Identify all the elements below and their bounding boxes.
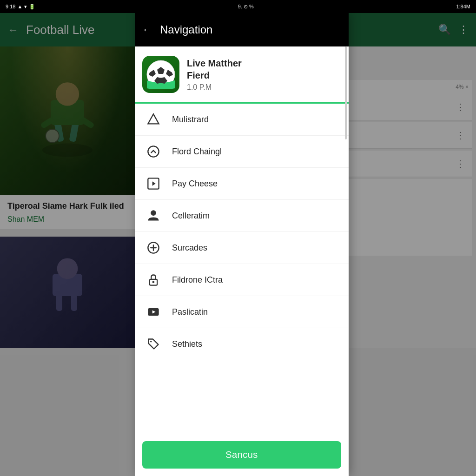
menu-label-paslicatin: Paslicatin: [172, 307, 208, 317]
drawer-profile: Live MattherFierd 1.0 P.M: [135, 46, 349, 104]
plus-circle-icon: [146, 241, 161, 254]
drawer-header: ← Navigation: [135, 13, 349, 46]
lock-icon: [146, 273, 161, 286]
menu-label-flord-chaingl: Flord Chaingl: [172, 147, 222, 157]
action-button[interactable]: Sancus: [142, 441, 341, 469]
menu-item-mulistrard[interactable]: Mulistrard: [135, 104, 349, 136]
menu-item-fildrone-ictra[interactable]: Fildrone ICtra: [135, 264, 349, 296]
menu-label-fildrone-ictra: Fildrone ICtra: [172, 275, 223, 285]
menu-label-mulistrard: Mulistrard: [172, 115, 209, 125]
svg-point-26: [152, 281, 155, 283]
menu-item-pay-cheese[interactable]: Pay Cheese: [135, 168, 349, 200]
tag-icon: [146, 337, 161, 350]
status-left: 9:18 ▲ ▾ 🔋: [6, 4, 35, 10]
profile-time: 1.0 P.M: [187, 83, 242, 92]
profile-name: Live MattherFierd: [187, 57, 242, 81]
menu-label-pay-cheese: Pay Cheese: [172, 179, 218, 189]
svg-point-29: [150, 341, 152, 343]
menu-item-surcades[interactable]: Surcades: [135, 232, 349, 264]
youtube-icon: [146, 305, 161, 318]
menu-label-sethiets: Sethiets: [172, 339, 202, 349]
app-icon: [142, 56, 179, 93]
menu-item-sethiets[interactable]: Sethiets: [135, 328, 349, 360]
play-square-icon: [146, 177, 161, 190]
profile-info: Live MattherFierd 1.0 P.M: [187, 57, 242, 92]
menu-item-flord-chaingl[interactable]: Flord Chaingl: [135, 136, 349, 168]
wifi-icon: ▾: [24, 4, 27, 10]
menu-item-paslicatin[interactable]: Paslicatin: [135, 296, 349, 328]
status-right: 1:84M: [456, 4, 470, 9]
status-time: 9:18: [6, 4, 15, 9]
svg-point-18: [148, 146, 159, 157]
menu-label-surcades: Surcades: [172, 243, 207, 253]
drawer-title: Navigation: [160, 23, 212, 36]
circle-up-icon: [146, 145, 161, 158]
status-bar: 9:18 ▲ ▾ 🔋 9. ⊙ % 1:84M: [0, 0, 476, 13]
triangle-icon: [146, 113, 161, 126]
navigation-drawer: ← Navigation Live MattherFierd 1.0 P.M: [135, 13, 349, 476]
drawer-back-button[interactable]: ←: [142, 24, 152, 36]
status-center: 9. ⊙ %: [238, 4, 254, 10]
drawer-scrollbar: [345, 46, 347, 139]
svg-point-21: [151, 210, 156, 216]
soccer-ball-icon: [146, 60, 176, 89]
person-icon: [146, 209, 161, 222]
battery-icon: 🔋: [29, 4, 35, 10]
signal-icon: ▲: [17, 4, 22, 9]
menu-label-celleratim: Celleratim: [172, 211, 210, 221]
drawer-menu: Mulistrard Flord Chaingl Pay Cheese Cell…: [135, 104, 349, 434]
menu-item-celleratim[interactable]: Celleratim: [135, 200, 349, 232]
svg-marker-20: [152, 181, 156, 185]
